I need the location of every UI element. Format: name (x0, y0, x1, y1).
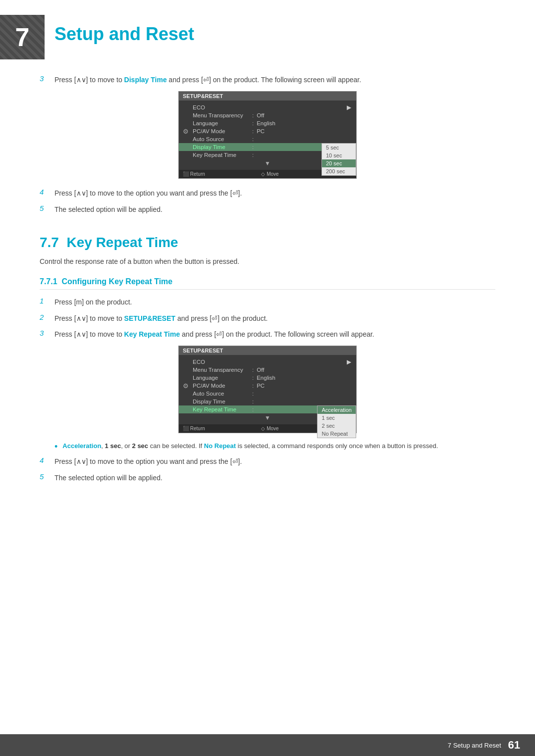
monitor2-row-displaytime: Display Time : (179, 398, 356, 405)
main-content: 3 Press [∧∨] to move to Display Time and… (0, 69, 535, 518)
dd-2sec: 2 sec (318, 422, 356, 430)
pcav-label: PC/AV Mode (193, 128, 252, 134)
step3-text: Press [∧∨] to move to Display Time and p… (54, 74, 361, 85)
language-label: Language (193, 120, 252, 126)
monitor-ui-2: SETUP&RESET ECO ▶ Menu Transparency : Of… (178, 346, 357, 433)
krt-step1-text: Press [m] on the product. (54, 297, 132, 307)
krt-step4-num: 4 (40, 456, 54, 464)
krt-step2-num: 2 (40, 313, 54, 321)
step4-text: Press [∧∨] to move to the option you wan… (54, 188, 242, 199)
dd-5sec: 5 sec (322, 144, 356, 151)
monitor2-row-pcav: ⚙ PC/AV Mode : PC (179, 382, 356, 390)
transparency2-value: Off (257, 367, 264, 373)
monitor2-rows: ECO ▶ Menu Transparency : Off Language :… (179, 358, 356, 422)
subsection771-number: 7.7.1 (40, 277, 57, 286)
krt-step5-text: The selected option will be applied. (54, 472, 162, 483)
step4-num: 4 (40, 188, 54, 196)
monitor1-body: ECO ▶ Menu Transparency : Off Language :… (179, 101, 356, 168)
krt-step2-text: Press [∧∨] to move to SETUP&RESET and pr… (54, 313, 268, 324)
transparency-label: Menu Transparency (193, 112, 252, 118)
monitor1-row-transparency: Menu Transparency : Off (179, 111, 356, 119)
monitor1-move: ◇ Move (261, 171, 278, 177)
monitor1-row-displaytime: Display Time : 5 sec 10 sec 20 sec 200 s… (179, 143, 356, 151)
displaytime-label: Display Time (193, 144, 252, 150)
dd-20sec: 20 sec (322, 159, 356, 167)
krt-highlight: Key Repeat Time (124, 330, 180, 338)
autosource2-label: Auto Source (193, 391, 252, 397)
monitor2-row-transparency: Menu Transparency : Off (179, 366, 356, 374)
step5-num: 5 (40, 204, 54, 212)
dd-acceleration: Acceleration (318, 406, 356, 414)
norepeat-label: No Repeat (204, 442, 236, 450)
monitor1-row-eco: ECO ▶ (179, 103, 356, 111)
krt-step2: 2 Press [∧∨] to move to SETUP&RESET and … (40, 313, 495, 324)
krt-step4-text: Press [∧∨] to move to the option you wan… (54, 456, 242, 467)
chapter-title: Setup and Reset (54, 15, 194, 45)
chapter-number: 7 (15, 22, 30, 52)
eco2-label: ECO (193, 359, 252, 365)
page-header: 7 Setup and Reset (0, 0, 535, 69)
footer-page-num: 61 (508, 739, 520, 752)
section77-title: Key Repeat Time (67, 235, 178, 250)
monitor2-dropdown: Acceleration 1 sec 2 sec No Repeat (317, 405, 356, 438)
displaytime-step5: 5 The selected option will be applied. (40, 204, 495, 215)
monitor1-dropdown: 5 sec 10 sec 20 sec 200 sec (321, 143, 356, 176)
monitor2-row-keyrepeat: Key Repeat Time : Acceleration 1 sec 2 s… (179, 405, 356, 413)
monitor2-row-eco: ECO ▶ (179, 358, 356, 366)
krt-step1: 1 Press [m] on the product. (40, 297, 495, 307)
monitor1-return: ⬛ Return (183, 171, 205, 177)
displaytime-step4: 4 Press [∧∨] to move to the option you w… (40, 188, 495, 199)
step3-num: 3 (40, 74, 54, 83)
1sec-label: 1 sec (105, 442, 121, 450)
chapter-number-box: 7 (0, 15, 45, 59)
page-footer: 7 Setup and Reset 61 (0, 734, 535, 756)
dd-1sec: 1 sec (318, 414, 356, 422)
display-time-highlight: Display Time (124, 76, 167, 84)
monitor1-rows: ECO ▶ Menu Transparency : Off Language :… (179, 103, 356, 168)
displaytime2-label: Display Time (193, 399, 252, 404)
krt-step5-num: 5 (40, 472, 54, 481)
monitor2-row-language: Language : English (179, 374, 356, 382)
pcav2-value: PC (257, 383, 265, 389)
eco-label: ECO (193, 104, 252, 110)
gear2-icon: ⚙ (183, 382, 189, 390)
2sec-label: 2 sec (132, 442, 149, 450)
display-time-step3: 3 Press [∧∨] to move to Display Time and… (40, 74, 495, 85)
krt-step3: 3 Press [∧∨] to move to Key Repeat Time … (40, 329, 495, 340)
krt-step3-text: Press [∧∨] to move to Key Repeat Time an… (54, 329, 374, 340)
section77-number: 7.7 (40, 235, 59, 250)
language2-label: Language (193, 375, 252, 381)
language2-value: English (257, 375, 275, 381)
subsection771-heading: 7.7.1 Configuring Key Repeat Time (40, 277, 495, 290)
setup-reset-highlight: SETUP&RESET (124, 314, 175, 322)
monitor-ui-1: SETUP&RESET ECO ▶ Menu Transparency : Of… (178, 91, 357, 179)
bullet-text: Acceleration, 1 sec, or 2 sec can be sel… (62, 442, 438, 450)
section77-desc: Control the response rate of a button wh… (40, 257, 495, 265)
subsection771-title: Configuring Key Repeat Time (61, 277, 172, 286)
monitor1-row-language: Language : English (179, 119, 356, 127)
dd-200sec: 200 sec (322, 167, 356, 175)
monitor2-title: SETUP&RESET (179, 346, 356, 355)
bullet-dot: • (54, 442, 57, 451)
bullet-row: • Acceleration, 1 sec, or 2 sec can be s… (54, 442, 495, 451)
krt-step5: 5 The selected option will be applied. (40, 472, 495, 483)
monitor2-move: ◇ Move (261, 426, 278, 431)
monitor2-return: ⬛ Return (183, 426, 205, 431)
eco2-arrow: ▶ (347, 358, 351, 365)
footer-section-label: 7 Setup and Reset (448, 742, 501, 749)
footer-text: 7 Setup and Reset 61 (448, 739, 520, 752)
step5-text: The selected option will be applied. (54, 204, 162, 215)
autosource-label: Auto Source (193, 136, 252, 142)
transparency2-label: Menu Transparency (193, 367, 252, 373)
section77-heading: 7.7 Key Repeat Time (40, 235, 495, 251)
keyrepeat2-label: Key Repeat Time (193, 406, 252, 412)
dd-norepeat: No Repeat (318, 430, 356, 438)
krt-step1-num: 1 (40, 297, 54, 305)
gear-icon: ⚙ (183, 128, 189, 135)
monitor1-row-autosource: Auto Source : (179, 135, 356, 143)
monitor1-row-pcav: ⚙ PC/AV Mode : PC (179, 127, 356, 135)
transparency-value: Off (257, 112, 264, 118)
pcav2-label: PC/AV Mode (193, 383, 252, 389)
acceleration-label: Acceleration (62, 442, 101, 450)
monitor1-title: SETUP&RESET (179, 92, 356, 101)
